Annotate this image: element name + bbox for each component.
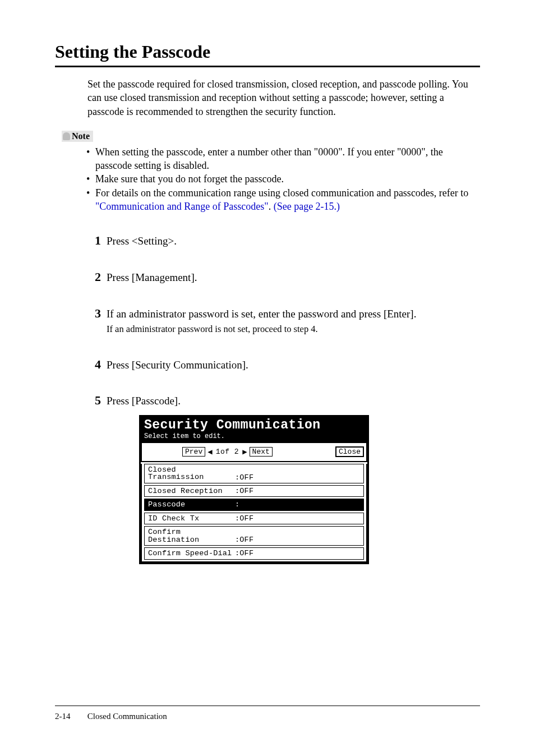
arrow-right-icon: ▶ (242, 448, 247, 456)
step-text: Press [Management]. (107, 270, 197, 285)
page-title: Setting the Passcode (55, 42, 480, 62)
prev-button[interactable]: Prev (182, 447, 205, 457)
page-indicator: 1of 2 (216, 448, 239, 455)
step-subtext: If an administrator password is not set,… (107, 323, 416, 335)
step: 1 Press <Setting>. (87, 233, 480, 248)
lcd-menu-list: Closed Transmission:OFF Closed Reception… (141, 464, 367, 563)
lcd-subtitle: Select item to edit. (144, 432, 225, 440)
note-label-text: Note (72, 131, 90, 141)
step: 4 Press [Security Communication]. (87, 357, 480, 372)
menu-value: : (235, 500, 239, 509)
menu-label: Passcode (148, 501, 235, 509)
menu-item-id-check-tx[interactable]: ID Check Tx:OFF (144, 513, 364, 525)
arrow-left-icon: ◀ (207, 448, 212, 456)
lcd-header: Security Communication Select item to ed… (141, 417, 367, 443)
step-number: 1 (87, 233, 101, 248)
step-number: 5 (87, 393, 101, 408)
step: 3 If an administrator password is set, e… (87, 306, 480, 336)
note-item: When setting the passcode, enter a numbe… (95, 145, 480, 173)
note-text: For details on the communication range u… (95, 187, 468, 199)
title-rule (55, 66, 480, 67)
menu-label: ID Check Tx (148, 515, 235, 523)
step-text: Press [Security Communication]. (107, 358, 248, 372)
menu-label: Confirm Speed-Dial (148, 550, 235, 557)
menu-value: :OFF (235, 487, 253, 495)
lcd-title: Security Communication (144, 419, 364, 432)
step: 2 Press [Management]. (87, 270, 480, 285)
menu-item-confirm-speed-dial[interactable]: Confirm Speed-Dial:OFF (144, 547, 364, 560)
step-list: 1 Press <Setting>. 2 Press [Management].… (87, 233, 480, 564)
page-footer: 2-14 Closed Communication (55, 706, 480, 721)
next-button[interactable]: Next (250, 447, 273, 457)
page-number: 2-14 (55, 712, 85, 721)
note-icon (63, 132, 70, 140)
cross-reference-link[interactable]: "Communication and Range of Passcodes" (95, 201, 269, 212)
menu-item-closed-transmission[interactable]: Closed Transmission:OFF (144, 464, 364, 483)
note-item: Make sure that you do not forget the pas… (95, 172, 480, 186)
step-number: 4 (87, 357, 101, 372)
section-name: Closed Communication (87, 712, 167, 721)
menu-item-passcode[interactable]: Passcode: (144, 499, 364, 511)
lcd-screenshot: Security Communication Select item to ed… (139, 415, 369, 564)
note-item: For details on the communication range u… (95, 186, 480, 214)
step: 5 Press [Passcode]. (87, 393, 480, 408)
document-page: Setting the Passcode Set the passcode re… (0, 0, 535, 756)
close-button[interactable]: Close (335, 446, 364, 457)
lcd-toolbar: Prev ◀ 1of 2 ▶ Next Close (141, 443, 367, 462)
menu-value: :OFF (235, 536, 253, 544)
menu-value: :OFF (235, 473, 253, 481)
menu-item-closed-reception[interactable]: Closed Reception:OFF (144, 485, 364, 497)
step-text: If an administrator password is set, ent… (107, 307, 416, 321)
step-text: Press <Setting>. (107, 234, 177, 248)
step-text: Press [Passcode]. (107, 394, 181, 408)
note-heading: Note (62, 131, 480, 142)
step-number: 3 (87, 306, 101, 321)
menu-label: Confirm Destination (148, 528, 235, 543)
note-text: . (269, 201, 274, 212)
page-reference-link[interactable]: (See page 2-15.) (274, 201, 340, 212)
intro-paragraph: Set the passcode required for closed tra… (87, 77, 480, 118)
menu-item-confirm-destination[interactable]: Confirm Destination:OFF (144, 526, 364, 546)
note-list: When setting the passcode, enter a numbe… (95, 145, 480, 213)
menu-label: Closed Reception (148, 487, 235, 495)
step-number: 2 (87, 270, 101, 284)
menu-value: :OFF (235, 514, 253, 523)
menu-value: :OFF (235, 549, 253, 557)
menu-label: Closed Transmission (148, 466, 235, 481)
